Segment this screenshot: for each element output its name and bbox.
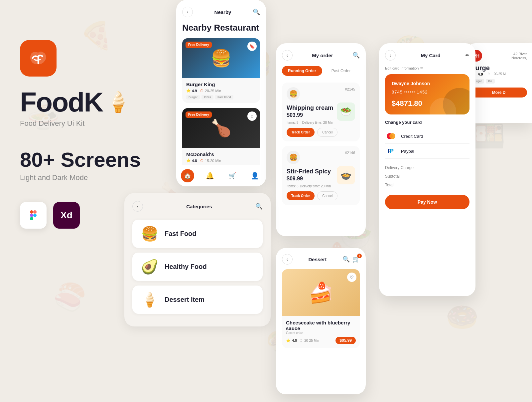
order-brand-icon-2: 🍔 xyxy=(287,151,300,164)
delivery-charge-row: Delivery Charge xyxy=(385,163,469,172)
order-item-2: 🍔 #2146 Stir-Fried Spicy $09.99 Items: 3… xyxy=(282,146,360,205)
dessert-subtitle: Carrot cake xyxy=(286,331,356,335)
partial-address: 42 River Norcross, xyxy=(485,52,527,60)
dessert-cart-icon[interactable]: 🛒 1 xyxy=(352,256,360,263)
my-card-title: My Card xyxy=(421,53,440,58)
order-brand-icon-1: 🍔 xyxy=(287,87,300,100)
order-title: My order xyxy=(312,53,333,58)
restaurant-card-burgerking[interactable]: 🍔 Free Delivery 🔖 Burger King ⭐ 4.9 ⏱ 20… xyxy=(182,38,260,103)
search-icon[interactable]: 🔍 xyxy=(253,8,260,16)
edit-icon[interactable]: ✏ xyxy=(466,53,469,58)
bookmark-button[interactable]: 🔖 xyxy=(247,42,257,51)
category-fastfood[interactable]: 🍔 Fast Food xyxy=(132,220,263,248)
screens-count: 80+ Screens xyxy=(20,148,141,171)
burgerking-image: 🍔 Free Delivery 🔖 xyxy=(182,38,260,78)
dessert-rating: ⭐ 4.9 ⏱ 20-25 Min xyxy=(286,338,319,343)
order-details-2: Items: 3 Delivery time: 20 Min xyxy=(287,184,331,188)
nearby-header: ‹ Nearby 🔍 xyxy=(182,7,260,17)
payment-credit-card[interactable]: Credit Card xyxy=(385,129,469,144)
dessert-search-icon[interactable]: 🔍 xyxy=(342,256,350,263)
screen-order: ‹ My order 🔍 Running Order Past Order 🍔 … xyxy=(276,43,366,236)
mcdonalds-name: McDonald's xyxy=(186,151,256,157)
order-actions-2: Track Order Cancel xyxy=(287,191,355,200)
order-tabs: Running Order Past Order xyxy=(282,66,360,76)
order-actions-1: Track Order Cancel xyxy=(287,128,355,137)
healthyfood-label: Healthy Food xyxy=(165,263,207,271)
svg-point-4 xyxy=(33,214,37,217)
dessert-back-btn[interactable]: ‹ xyxy=(282,254,293,265)
order-price-1: $03.99 xyxy=(287,112,333,118)
tag-fastfood: Fast Food xyxy=(215,95,233,100)
bookmark-button-2[interactable]: ○ xyxy=(247,111,257,121)
free-delivery-badge: Free Delivery xyxy=(186,42,212,48)
dessert-image: 🍰 ♡ xyxy=(282,269,360,316)
card-number: 8745 •••••• 1452 xyxy=(392,90,463,95)
order-item-img-1: 🥗 xyxy=(337,102,355,121)
fastfood-emoji: 🍔 xyxy=(140,226,159,242)
dessert-name: Cheesecake with blueberry sauce xyxy=(286,320,356,331)
tool-icons: Xd xyxy=(20,202,141,229)
nav-cart[interactable]: 🛒 xyxy=(226,169,239,182)
paypal-label: Paypal xyxy=(401,149,414,154)
order-item-1: 🍔 #2145 Whipping cream $03.99 Items: 5 D… xyxy=(282,83,360,141)
more-details-btn[interactable]: More D xyxy=(470,88,527,98)
burgerking-info: Burger King ⭐ 4.9 ⏱ 20-25 Min Burger Piz… xyxy=(182,78,260,103)
categories-search-icon[interactable]: 🔍 xyxy=(255,203,263,210)
app-icon xyxy=(20,40,57,77)
category-dessert[interactable]: 🍦 Dessert Item xyxy=(132,286,263,314)
fastfood-label: Fast Food xyxy=(165,230,197,238)
cancel-btn-2[interactable]: Cancel xyxy=(317,191,337,200)
dessert-emoji: 🍦 xyxy=(140,292,159,308)
svg-text:P: P xyxy=(390,148,394,154)
order-number-2: #2146 xyxy=(345,151,355,155)
dessert-meta: ⭐ 4.9 ⏱ 20-25 Min $05.99 xyxy=(286,337,356,344)
partial-rating: ⭐ 4.9 ⏱ 20-25 M xyxy=(470,72,527,76)
restaurant-partial: PH 42 River Norcross, Burge ⭐ 4.9 ⏱ 20-2… xyxy=(466,43,532,123)
total-row: Total xyxy=(385,181,469,189)
payment-paypal[interactable]: P P Paypal xyxy=(385,144,469,159)
categories-back-btn[interactable]: ‹ xyxy=(132,201,143,212)
screen-nearby: ‹ Nearby 🔍 Nearby Restaurant 🍔 Free Deli… xyxy=(176,0,266,186)
track-order-btn-2[interactable]: Track Order xyxy=(287,191,315,200)
restaurant-card-mcdonalds[interactable]: 🍗 Free Delivery ○ McDonald's ⭐ 4.8 ⏱ 15-… xyxy=(182,108,260,173)
track-order-btn-1[interactable]: Track Order xyxy=(287,128,315,137)
branding-section: FoodK 🍦 Food Delivery Ui Kit 80+ Screens… xyxy=(20,40,141,229)
dessert-header: ‹ Dessert 🔍 🛒 1 xyxy=(282,254,360,265)
tab-running[interactable]: Running Order xyxy=(282,66,322,76)
order-food-name-1: Whipping cream xyxy=(287,104,333,111)
tab-past[interactable]: Past Order xyxy=(326,66,357,76)
burgerking-meta: ⭐ 4.9 ⏱ 20-25 Min xyxy=(186,89,256,93)
credit-card-label: Credit Card xyxy=(401,134,423,139)
dessert-item-card: 🍰 ♡ Cheesecake with blueberry sauce Carr… xyxy=(282,269,360,348)
nav-bell[interactable]: 🔔 xyxy=(203,169,216,182)
cancel-btn-1[interactable]: Cancel xyxy=(317,128,337,137)
order-search-icon[interactable]: 🔍 xyxy=(352,52,360,59)
nav-profile[interactable]: 👤 xyxy=(248,169,261,182)
credit-card-visual: Dwayne Johnson 8745 •••••• 1452 $4871.80 xyxy=(385,74,469,114)
nearby-title-small: Nearby xyxy=(214,9,231,15)
nav-home[interactable]: 🏠 xyxy=(181,169,194,182)
svg-rect-0 xyxy=(30,210,33,214)
back-button[interactable]: ‹ xyxy=(182,7,193,17)
free-delivery-badge-2: Free Delivery xyxy=(186,111,212,118)
order-price-2: $09.99 xyxy=(287,176,331,182)
order-back-button[interactable]: ‹ xyxy=(282,50,293,61)
edit-card-info: Edit card Information ✏ xyxy=(385,66,469,70)
pay-now-button[interactable]: Pay Now xyxy=(385,195,469,209)
tag-pizza: Pizza xyxy=(201,95,213,100)
svg-rect-3 xyxy=(30,217,33,220)
nearby-page-title: Nearby Restaurant xyxy=(182,23,260,33)
card-holder: Dwayne Johnson xyxy=(392,81,463,86)
delivery-summary: Delivery Charge Subtotal Total xyxy=(385,163,469,189)
burgerking-name: Burger King xyxy=(186,82,256,87)
categories-header: ‹ Categories 🔍 xyxy=(132,201,263,212)
dessert-label: Dessert Item xyxy=(165,296,204,303)
partial-restaurant-name: Burge xyxy=(470,64,527,72)
heart-button[interactable]: ♡ xyxy=(347,273,356,282)
figma-icon xyxy=(20,202,47,229)
category-healthyfood[interactable]: 🥑 Healthy Food xyxy=(132,253,263,281)
card-back-btn[interactable]: ‹ xyxy=(385,50,396,61)
card-header: ‹ My Card ✏ xyxy=(385,50,469,61)
svg-point-6 xyxy=(389,133,395,139)
brand-subtitle: Food Delivery Ui Kit xyxy=(20,119,141,128)
